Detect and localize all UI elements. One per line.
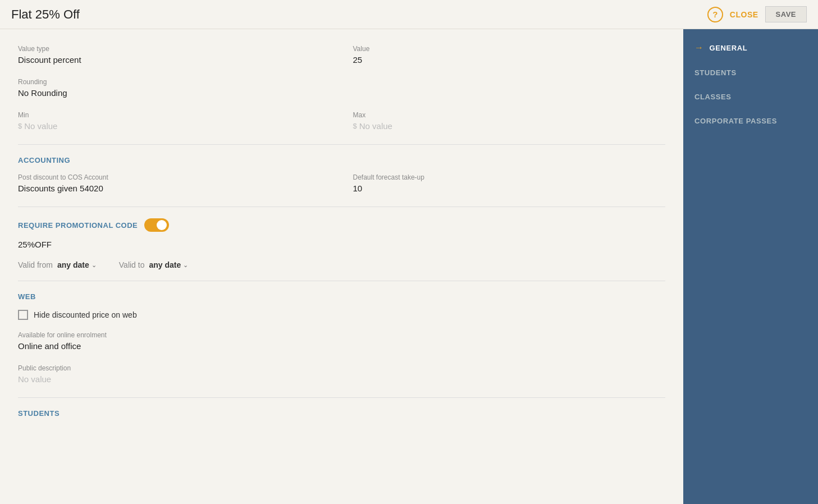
min-max-row: Min $ No value Max $ No value [18,111,665,131]
sidebar-label-classes: CLASSES [694,93,732,101]
value-type-label: Value type [18,45,331,53]
date-row: Valid from any date ⌄ Valid to any date … [18,260,665,269]
toggle-track [144,218,169,232]
top-bar: Flat 25% Off ? CLOSE SAVE [0,0,818,29]
promo-toggle-label: REQUIRE PROMOTIONAL CODE [18,221,138,230]
divider-promo [18,207,665,207]
cos-field: Post discount to COS Account Discounts g… [18,173,331,193]
valid-to-chevron: ⌄ [183,262,188,269]
valid-to-field[interactable]: Valid to any date ⌄ [119,260,188,269]
valid-to-label: Valid to [119,260,145,269]
rounding-value: No Rounding [18,88,331,98]
page-title: Flat 25% Off [11,7,80,22]
rounding-label: Rounding [18,78,331,86]
min-label: Min [18,111,331,119]
sidebar: → GENERAL STUDENTS CLASSES CORPORATE PAS… [683,29,818,504]
divider-students [18,397,665,398]
enrolment-value: Online and office [18,341,665,351]
sidebar-item-general[interactable]: → GENERAL [683,35,818,61]
valid-from-value: any date [57,260,89,269]
value-field: Value 25 [353,45,666,65]
sidebar-label-general: GENERAL [710,44,748,52]
value-type-value: Discount percent [18,55,331,65]
valid-from-chevron: ⌄ [92,262,97,269]
accounting-row: Post discount to COS Account Discounts g… [18,173,665,193]
accounting-section-title: ACCOUNTING [18,156,665,164]
sidebar-label-corporate-passes: CORPORATE PASSES [694,117,777,125]
value-label: Value [353,45,666,53]
divider-web [18,281,665,281]
max-field: Max $ No value [353,111,666,131]
valid-to-value: any date [149,260,181,269]
hide-price-row: Hide discounted price on web [18,310,665,320]
sidebar-arrow-general: → [694,43,704,53]
min-placeholder: No value [24,121,57,131]
top-bar-right: ? CLOSE SAVE [707,6,807,22]
max-value: $ No value [353,121,666,131]
max-currency-symbol: $ [353,122,357,130]
public-desc-placeholder: No value [18,374,665,384]
valid-from-label: Valid from [18,260,53,269]
sidebar-item-classes[interactable]: CLASSES [683,85,818,109]
public-desc-label: Public description [18,364,665,372]
sidebar-item-students[interactable]: STUDENTS [683,61,818,85]
min-field: Min $ No value [18,111,331,131]
forecast-field: Default forecast take-up 10 [353,173,666,193]
public-desc-field: Public description No value [18,364,665,384]
min-value: $ No value [18,121,331,131]
max-placeholder: No value [359,121,392,131]
main-layout: Value type Discount percent Value 25 Rou… [0,29,818,504]
save-button[interactable]: SAVE [765,6,807,22]
forecast-value: 10 [353,184,666,193]
enrolment-field: Available for online enrolment Online an… [18,331,665,351]
promo-toggle-row: REQUIRE PROMOTIONAL CODE [18,218,665,232]
promo-toggle[interactable] [144,218,169,232]
cos-label: Post discount to COS Account [18,173,331,181]
enrolment-row: Available for online enrolment Online an… [18,331,665,351]
value-type-value-row: Value type Discount percent Value 25 [18,45,665,65]
value-type-field: Value type Discount percent [18,45,331,65]
rounding-row: Rounding No Rounding [18,78,665,98]
max-label: Max [353,111,666,119]
divider-accounting [18,144,665,145]
hide-price-checkbox[interactable] [18,310,28,320]
top-bar-left: Flat 25% Off [11,7,80,22]
help-icon[interactable]: ? [707,7,723,22]
hide-price-label: Hide discounted price on web [34,310,137,319]
cos-value: Discounts given 54020 [18,184,331,193]
sidebar-label-students: STUDENTS [694,68,737,77]
toggle-thumb [157,220,167,230]
public-desc-row: Public description No value [18,364,665,384]
web-section-title: WEB [18,292,665,301]
min-currency-symbol: $ [18,122,22,130]
students-section-title: STUDENTS [18,409,665,418]
empty-field [353,78,666,98]
content-area: Value type Discount percent Value 25 Rou… [0,29,683,504]
promo-code-value: 25%OFF [18,240,665,249]
close-button[interactable]: CLOSE [730,10,758,19]
valid-from-field[interactable]: Valid from any date ⌄ [18,260,97,269]
enrolment-label: Available for online enrolment [18,331,665,339]
sidebar-item-corporate-passes[interactable]: CORPORATE PASSES [683,109,818,133]
value-value: 25 [353,55,666,65]
forecast-label: Default forecast take-up [353,173,666,181]
rounding-field: Rounding No Rounding [18,78,331,98]
